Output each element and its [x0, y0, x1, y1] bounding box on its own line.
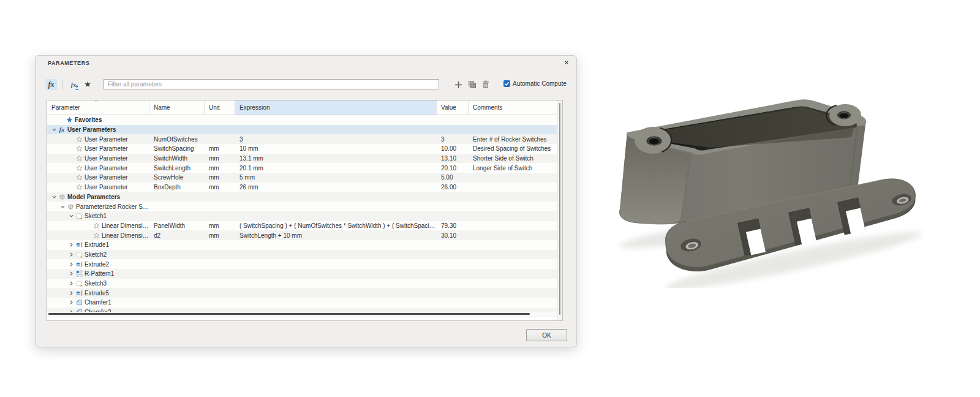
star-icon: ★: [84, 79, 91, 90]
comment-cell[interactable]: Desired Spacing of Switches: [469, 145, 557, 152]
row-screwhole[interactable]: User ParameterScrewHolemm5 mm5.00: [47, 173, 557, 183]
chevron-down-icon[interactable]: [50, 127, 58, 132]
row-extrude2[interactable]: Extrude2: [47, 259, 557, 269]
row-user-parameters[interactable]: fxUser Parameters: [47, 125, 557, 135]
row-d2[interactable]: Linear Dimension-3d2mmSwitchLength + 10 …: [47, 230, 557, 240]
row-parameterized-rocker-swi-[interactable]: Parameterized Rocker Swi...: [47, 202, 557, 211]
automatic-compute-checkbox[interactable]: [503, 80, 510, 87]
row-model-parameters[interactable]: Model Parameters: [47, 192, 557, 202]
parameter-cell: R-Pattern1: [47, 270, 149, 277]
row-favorites[interactable]: Favorites: [47, 115, 557, 125]
chevron-right-icon[interactable]: [67, 242, 75, 248]
comment-cell[interactable]: Shorter Side of Switch: [469, 155, 557, 162]
model-viewport[interactable]: [588, 80, 956, 288]
chevron-down-icon[interactable]: [59, 204, 66, 210]
star-outline-icon: [75, 145, 83, 152]
pattern-icon: [75, 270, 83, 277]
toolbar: fx fx ★: [36, 79, 576, 91]
chevron-right-icon[interactable]: [67, 290, 75, 296]
derived-parameter-button[interactable]: fx: [67, 79, 80, 90]
row-r-pattern1[interactable]: R-Pattern1: [47, 269, 557, 279]
ok-button[interactable]: OK: [526, 329, 567, 341]
row-label: Parameterized Rocker Swi...: [76, 203, 149, 210]
expression-cell[interactable]: SwitchLength + 10 mm: [235, 232, 437, 239]
parameters-dialog: PARAMETERS × fx fx ★: [35, 55, 577, 347]
check-icon: [504, 81, 510, 86]
row-label: Model Parameters: [67, 194, 120, 200]
parameters-table: Parameter^NameUnitExpressionValueComment…: [47, 100, 563, 321]
row-panelwidth[interactable]: Linear Dimension-2PanelWidthmm( SwitchSp…: [47, 221, 557, 231]
automatic-compute-option: Automatic Compute: [503, 80, 567, 87]
column-header-unit[interactable]: Unit: [205, 100, 235, 115]
value-cell: 13.10: [437, 155, 469, 162]
chevron-right-icon[interactable]: [67, 262, 75, 267]
delete-parameter-button[interactable]: [481, 80, 491, 89]
expression-cell[interactable]: 26 mm: [235, 184, 437, 191]
filter-input[interactable]: [104, 79, 439, 89]
row-sketch2[interactable]: Sketch2: [47, 250, 557, 260]
row-label: Linear Dimension-2: [102, 222, 149, 229]
expression-cell[interactable]: 10 mm: [235, 145, 437, 152]
chevron-right-icon[interactable]: [67, 271, 75, 276]
extrude-icon: [75, 241, 83, 248]
user-parameter-fx-button[interactable]: fx: [45, 79, 57, 90]
row-sketch1[interactable]: Sketch1: [47, 211, 557, 221]
expression-cell[interactable]: 13.1 mm: [235, 155, 437, 162]
chevron-down-icon[interactable]: [67, 213, 75, 219]
parameter-cell: User Parameter: [47, 184, 149, 191]
show-favorites-button[interactable]: ★: [82, 79, 93, 90]
expression-cell[interactable]: 5 mm: [235, 174, 437, 181]
expression-cell[interactable]: 20.1 mm: [235, 165, 437, 172]
row-switchwidth[interactable]: User ParameterSwitchWidthmm13.1 mm13.10S…: [47, 154, 557, 164]
row-sketch3[interactable]: Sketch3: [47, 279, 557, 289]
name-cell: SwitchSpacing: [149, 145, 205, 152]
value-cell: 26.00: [437, 184, 469, 191]
parameter-cell: Chamfer1: [47, 299, 149, 306]
close-icon[interactable]: ×: [564, 58, 569, 67]
chevron-down-icon[interactable]: [50, 194, 58, 200]
star-outline-icon: [75, 174, 83, 181]
row-chamfer1[interactable]: Chamfer1: [47, 298, 557, 308]
column-header-expression[interactable]: Expression: [235, 100, 437, 115]
column-header-parameter[interactable]: Parameter^: [47, 100, 149, 115]
star-outline-icon: [75, 165, 83, 172]
value-cell: 30.10: [437, 232, 469, 239]
duplicate-parameter-button[interactable]: [467, 80, 478, 89]
column-header-comments[interactable]: Comments: [469, 100, 557, 115]
vertical-scrollbar-thumb[interactable]: [559, 103, 560, 315]
row-label: Sketch1: [85, 213, 107, 219]
comment-cell[interactable]: Longer Side of Switch: [469, 165, 557, 172]
parameter-cell: User Parameter: [47, 145, 149, 152]
row-label: R-Pattern1: [85, 270, 114, 277]
unit-cell: mm: [205, 222, 235, 229]
column-header-value[interactable]: Value: [437, 100, 469, 115]
chevron-right-icon[interactable]: [67, 252, 75, 257]
star-filled-icon: [65, 116, 74, 123]
parameter-cell: Sketch1: [47, 213, 149, 219]
vertical-scrollbar[interactable]: [557, 100, 562, 320]
add-parameter-button[interactable]: [453, 80, 463, 89]
name-cell: PanelWidth: [149, 222, 205, 229]
row-extrude1[interactable]: Extrude1: [47, 240, 557, 250]
desktop: { "window": { "title": "PARAMETERS", "cl…: [0, 0, 980, 397]
horizontal-scrollbar[interactable]: [47, 312, 557, 316]
row-numofswitches[interactable]: User ParameterNumOfSwitches33Enter # of …: [47, 134, 557, 144]
row-boxdepth[interactable]: User ParameterBoxDepthmm26 mm26.00: [47, 183, 557, 192]
row-switchlength[interactable]: User ParameterSwitchLengthmm20.1 mm20.10…: [47, 163, 557, 173]
expression-cell[interactable]: ( SwitchSpacing ) + ( NumOfSwitches * Sw…: [235, 222, 437, 229]
chevron-right-icon[interactable]: [67, 300, 75, 305]
column-header-name[interactable]: Name: [149, 100, 205, 115]
expression-cell[interactable]: 3: [235, 136, 437, 143]
name-cell: ScrewHole: [149, 174, 205, 181]
unit-cell: mm: [205, 165, 235, 172]
horizontal-scrollbar-thumb[interactable]: [48, 313, 530, 315]
parameter-cell: Favorites: [47, 116, 149, 123]
star-outline-icon: [92, 222, 100, 229]
row-switchspacing[interactable]: User ParameterSwitchSpacingmm10 mm10.00D…: [47, 144, 557, 154]
parameter-cell: Linear Dimension-3: [47, 232, 149, 239]
table-body: FavoritesfxUser ParametersUser Parameter…: [47, 115, 557, 317]
row-extrude5[interactable]: Extrude5: [47, 288, 557, 298]
chevron-right-icon[interactable]: [67, 281, 75, 286]
row-label: Chamfer1: [85, 299, 111, 306]
comment-cell[interactable]: Enter # of Rocker Switches: [469, 136, 557, 143]
